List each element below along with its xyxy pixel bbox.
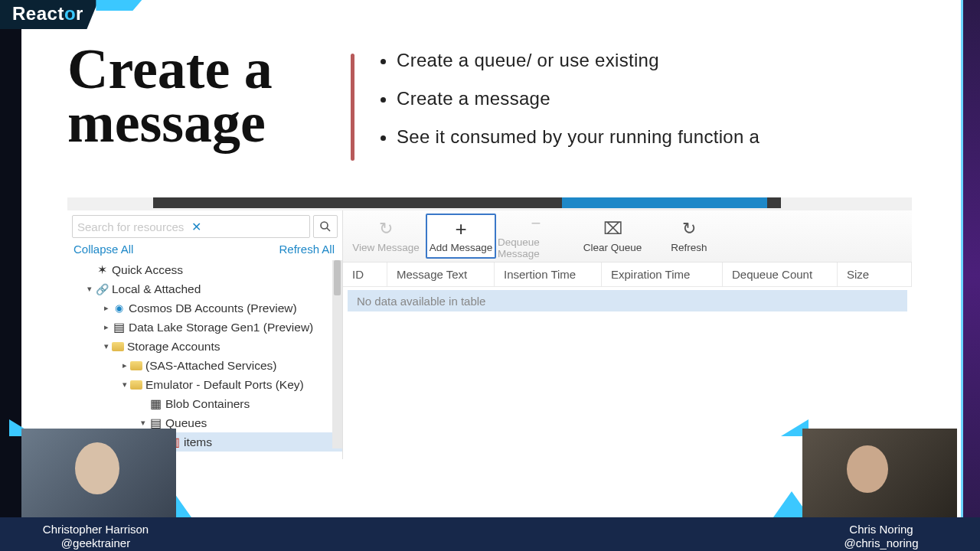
tree-blobs[interactable]: ▦Blob Containers <box>67 394 342 413</box>
slide: Create a message Create a queue/ or use … <box>67 42 957 150</box>
clear-search-icon[interactable]: ✕ <box>187 220 305 234</box>
bullet-2: Create a message <box>397 88 760 109</box>
col-expiration[interactable]: Expiration Time <box>602 262 723 286</box>
slide-title: Create a message <box>67 42 343 150</box>
left-pillar <box>0 0 21 551</box>
datalake-icon: ▤ <box>112 321 126 334</box>
storage-icon <box>130 361 142 370</box>
tree-cosmos[interactable]: ▸◉Cosmos DB Accounts (Preview) <box>67 298 342 318</box>
star-icon: ✶ <box>95 264 109 276</box>
clear-queue-button[interactable]: ⌧ Clear Queue <box>574 210 651 262</box>
tree-scrollbar[interactable] <box>332 260 342 448</box>
tree-emulator[interactable]: ▾Emulator - Default Ports (Key) <box>67 375 342 394</box>
col-id[interactable]: ID <box>343 262 387 286</box>
add-message-button[interactable]: + Add Message <box>426 214 496 259</box>
search-icon <box>319 220 332 233</box>
tree-quick-access[interactable]: ✶Quick Access <box>67 260 342 279</box>
search-placeholder: Search for resources <box>77 220 187 233</box>
view-message-button[interactable]: ↻ View Message <box>348 210 424 262</box>
slide-title-line1: Create a <box>67 42 343 96</box>
presenter-right-handle: @chris_noring <box>801 536 962 551</box>
col-size[interactable]: Size <box>838 262 912 286</box>
refresh-button[interactable]: ↻ Refresh <box>651 210 727 262</box>
logo-text-pre: React <box>12 3 64 24</box>
svg-point-0 <box>321 222 328 229</box>
refresh-all-link[interactable]: Refresh All <box>279 243 335 256</box>
webcam-right <box>802 429 957 517</box>
minus-icon: − <box>531 214 541 233</box>
cosmos-icon: ◉ <box>112 302 126 315</box>
view-icon: ↻ <box>379 219 393 239</box>
empty-table-message: No data available in table <box>348 290 907 311</box>
presenter-right-label: Chris Noring @chris_noring <box>801 523 962 552</box>
search-input[interactable]: Search for resources ✕ <box>72 215 310 238</box>
queue-table-header: ID Message Text Insertion Time Expiratio… <box>343 262 912 287</box>
reactor-logo: Reactor <box>0 0 142 29</box>
bullet-3: See it consumed by your running function… <box>397 126 760 148</box>
presenter-left-handle: @geektrainer <box>15 536 176 551</box>
collapse-all-link[interactable]: Collapse All <box>74 243 133 256</box>
slide-bullets: Create a queue/ or use existing Create a… <box>381 50 760 165</box>
col-insertion[interactable]: Insertion Time <box>495 262 602 286</box>
explorer-tree-panel: Search for resources ✕ Collapse All Refr… <box>67 210 343 459</box>
col-text[interactable]: Message Text <box>387 262 495 286</box>
storage-icon <box>130 380 142 390</box>
right-pillar <box>961 0 980 551</box>
window-tabstrip <box>67 197 912 210</box>
tree-sas[interactable]: ▸(SAS-Attached Services) <box>67 356 342 375</box>
refresh-icon: ↻ <box>682 219 696 239</box>
queue-icon: ▤ <box>149 417 162 429</box>
tree-local-attached[interactable]: ▾🔗Local & Attached <box>67 279 342 298</box>
presenter-left-label: Christopher Harrison @geektrainer <box>15 523 176 552</box>
tree-datalake[interactable]: ▸▤Data Lake Storage Gen1 (Preview) <box>67 318 342 337</box>
clear-icon: ⌧ <box>603 219 622 239</box>
storage-icon <box>112 342 124 351</box>
container-icon: ▦ <box>149 398 162 410</box>
storage-explorer: Search for resources ✕ Collapse All Refr… <box>67 210 912 459</box>
slide-divider <box>351 54 354 161</box>
queue-pane: ↻ View Message + Add Message − Dequeue M… <box>343 210 912 459</box>
plus-icon: + <box>455 219 466 239</box>
dequeue-message-button[interactable]: − Dequeue Message <box>498 210 574 262</box>
col-dequeue[interactable]: Dequeue Count <box>723 262 838 286</box>
logo-text-post: r <box>76 3 83 24</box>
queue-toolbar: ↻ View Message + Add Message − Dequeue M… <box>343 210 912 262</box>
resource-tree: ✶Quick Access ▾🔗Local & Attached ▸◉Cosmo… <box>67 260 342 452</box>
tree-storage-accounts[interactable]: ▾Storage Accounts <box>67 337 342 356</box>
search-button[interactable] <box>313 215 338 238</box>
bullet-1: Create a queue/ or use existing <box>397 50 760 71</box>
webcam-left <box>21 429 176 517</box>
presenter-right-name: Chris Noring <box>801 523 962 537</box>
slide-title-line2: message <box>67 96 343 149</box>
plug-icon: 🔗 <box>95 283 109 295</box>
logo-text-o: o <box>64 3 76 24</box>
presenter-left-name: Christopher Harrison <box>15 523 176 537</box>
svg-line-1 <box>327 228 330 231</box>
